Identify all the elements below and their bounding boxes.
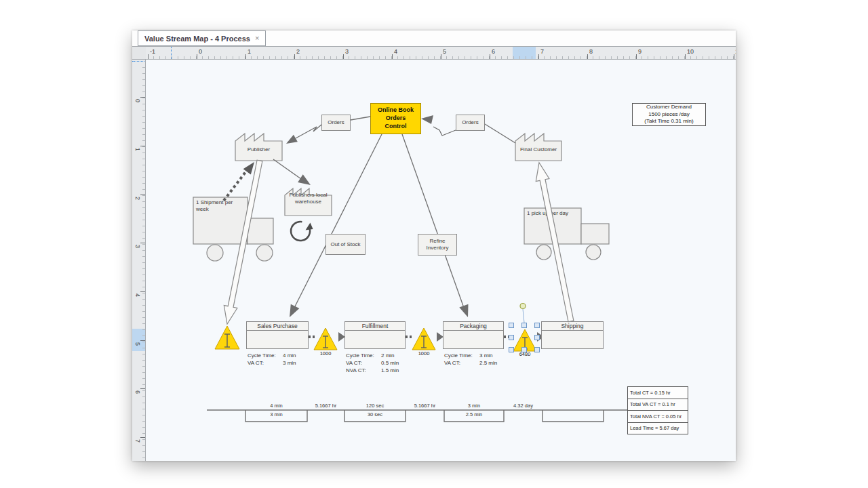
app-window: Value Stream Map - 4 Process × -1 0 1 2 … [132, 30, 736, 461]
tab-close-icon[interactable]: × [255, 35, 259, 42]
vertical-ruler: 0 1 2 3 4 5 6 7 [132, 60, 146, 461]
overlay-layer [146, 60, 736, 461]
tab-title: Value Stream Map - 4 Process [144, 35, 250, 43]
shipment-arrow-shipping-to-customer[interactable] [536, 163, 574, 322]
drawing-canvas[interactable]: Online Book Orders Control Orders Orders… [146, 60, 736, 461]
tab-bar: Value Stream Map - 4 Process × [132, 30, 736, 46]
selection-rotation-handle[interactable] [520, 304, 526, 323]
ruler-selection-highlight-h [513, 47, 536, 60]
ruler-corner [132, 46, 146, 60]
document-tab[interactable]: Value Stream Map - 4 Process × [138, 30, 266, 46]
dashed-arrow-truck-to-publisher[interactable] [224, 162, 254, 201]
shipment-arrow-publisher-to-inventory[interactable] [224, 160, 262, 324]
horizontal-ruler: -1 0 1 2 3 4 5 6 7 8 9 10 11 [146, 46, 736, 60]
ruler-guide-marker-h [171, 47, 172, 60]
selection-handles[interactable] [509, 323, 540, 352]
ruler-guide-marker-v [132, 61, 146, 62]
